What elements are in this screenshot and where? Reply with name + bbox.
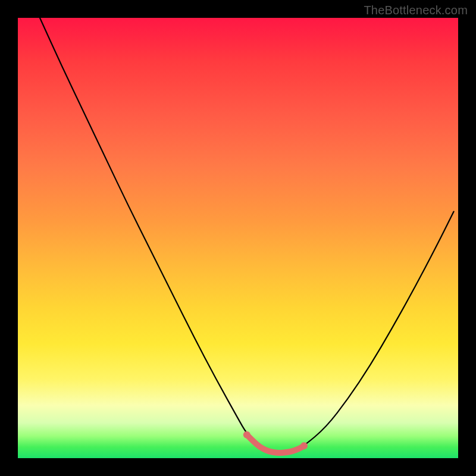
chart-svg [18,18,458,458]
plot-area [18,18,458,458]
highlight-endpoint [300,442,308,449]
series-highlight [247,435,304,453]
series-curve [40,18,454,452]
chart-frame: TheBottleneck.com [0,0,476,476]
highlight-endpoint [243,431,250,439]
watermark-text: TheBottleneck.com [364,4,468,17]
